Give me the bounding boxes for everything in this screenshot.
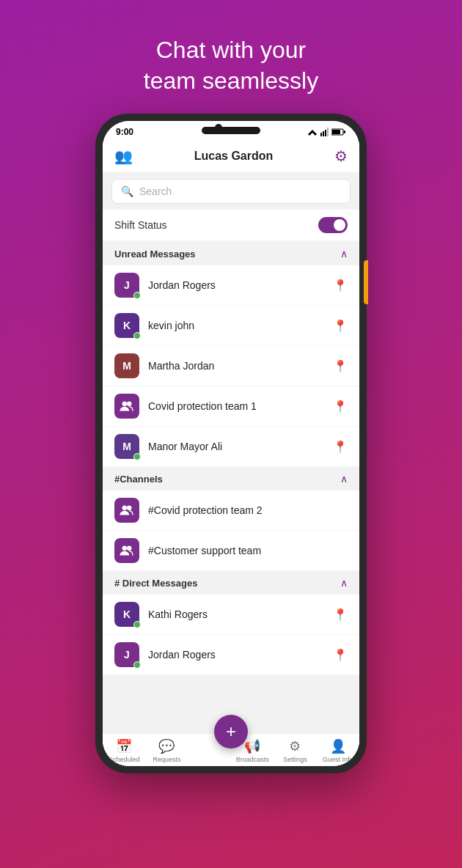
online-indicator: [133, 292, 141, 299]
svg-point-9: [127, 402, 131, 406]
app-screen: 👥 Lucas Gardon ⚙ 🔍 Search Shift Status U…: [103, 140, 359, 766]
nav-guest-label: Guest Info: [194, 756, 225, 763]
list-item[interactable]: M Manor Mayor Ali 📍: [103, 427, 359, 467]
online-indicator: [133, 661, 141, 669]
unread-title: Unread Messages: [114, 249, 196, 260]
fab-container: +: [214, 715, 248, 749]
contact-name: Jordan Rogers: [148, 649, 324, 661]
channels-chevron[interactable]: ∧: [340, 473, 348, 485]
fab-button[interactable]: +: [214, 715, 248, 749]
direct-chevron[interactable]: ∧: [340, 577, 348, 589]
svg-point-8: [122, 402, 127, 406]
phone-frame: 9:00 �: [95, 114, 367, 773]
channel-name: #Covid protection team 2: [148, 504, 348, 516]
direct-section-header: # Direct Messages ∧: [103, 571, 359, 595]
contact-name: Martha Jordan: [148, 360, 324, 372]
nav-guest-label: Guest Info: [323, 756, 353, 763]
nav-settings[interactable]: ⚙ Settings: [274, 738, 316, 763]
svg-marker-0: [308, 130, 317, 136]
direct-title: # Direct Messages: [114, 578, 197, 589]
avatar: M: [114, 353, 139, 378]
channels-title: #Channels: [114, 474, 163, 485]
svg-point-11: [127, 506, 131, 510]
pin-icon[interactable]: 📍: [333, 608, 348, 622]
avatar: K: [114, 313, 139, 338]
nav-scheduled-label: Scheduled: [109, 756, 140, 763]
online-indicator: [133, 332, 141, 339]
hero-text: Chat with your team seamlessly: [144, 35, 318, 96]
svg-rect-3: [325, 130, 326, 136]
shift-label: Shift Status: [114, 219, 167, 231]
status-icons: [307, 128, 346, 136]
list-item[interactable]: M Martha Jordan 📍: [103, 346, 359, 386]
svg-rect-1: [320, 133, 322, 136]
shift-status-row: Shift Status: [103, 210, 359, 240]
list-item[interactable]: J Jordan Rogers 📍: [103, 635, 359, 675]
list-item[interactable]: K Kathi Rogers 📍: [103, 595, 359, 635]
pin-icon[interactable]: 📍: [333, 359, 348, 373]
contact-name: Jordan Rogers: [148, 279, 324, 291]
list-item[interactable]: K kevin john 📍: [103, 306, 359, 346]
nav-scheduled[interactable]: 📅 Scheduled: [103, 738, 145, 763]
list-item[interactable]: J Jordan Rogers 📍: [103, 265, 359, 306]
pin-icon[interactable]: 📍: [333, 440, 348, 454]
svg-rect-6: [332, 130, 340, 134]
battery-icon: [331, 128, 346, 136]
avatar: K: [114, 602, 139, 627]
list-item[interactable]: #Customer support team: [103, 531, 359, 571]
header-title: Lucas Gardon: [194, 150, 274, 163]
guest-icon: 👤: [330, 738, 346, 754]
list-item[interactable]: #Covid protection team 2: [103, 490, 359, 531]
online-indicator: [133, 453, 141, 460]
wifi-icon: [307, 128, 318, 136]
contact-name: Kathi Rogers: [148, 608, 324, 620]
nav-broadcasts-label: Broadcasts: [236, 756, 269, 763]
search-placeholder: Search: [139, 185, 172, 197]
unread-section-header: Unread Messages ∧: [103, 242, 359, 265]
channels-section-header: #Channels ∧: [103, 467, 359, 490]
search-bar[interactable]: 🔍 Search: [111, 179, 351, 204]
bottom-nav: 📅 Scheduled 💬 Requests 👤 Guest Info 📢 Br…: [103, 733, 359, 766]
svg-point-10: [122, 506, 127, 510]
status-time: 9:00: [116, 127, 133, 137]
contact-name: Manor Mayor Ali: [148, 441, 324, 452]
svg-rect-2: [323, 131, 324, 136]
side-accent: [364, 260, 368, 304]
online-indicator: [133, 621, 141, 628]
pin-icon[interactable]: 📍: [333, 319, 348, 333]
signal-icon: [320, 128, 329, 136]
pin-icon[interactable]: 📍: [333, 648, 348, 662]
nav-guest-info[interactable]: 👤 Guest Info: [317, 738, 359, 763]
channel-name: #Customer support team: [148, 545, 348, 556]
contact-name: Covid protection team 1: [148, 400, 324, 412]
settings-icon[interactable]: ⚙: [334, 147, 348, 165]
phone-screen: 9:00 �: [103, 121, 359, 766]
avatar: M: [114, 434, 139, 459]
avatar-group: [114, 538, 139, 563]
svg-rect-4: [327, 128, 329, 136]
contact-name: kevin john: [148, 320, 324, 331]
settings-nav-icon: ⚙: [289, 738, 301, 754]
search-icon: 🔍: [121, 185, 133, 197]
avatar: J: [114, 642, 139, 667]
nav-requests[interactable]: 💬 Requests: [145, 738, 188, 763]
requests-icon: 💬: [158, 738, 175, 754]
group-icon[interactable]: 👥: [114, 147, 133, 165]
svg-point-12: [122, 546, 127, 551]
list-item[interactable]: Covid protection team 1 📍: [103, 386, 359, 427]
nav-settings-label: Settings: [283, 756, 307, 763]
unread-chevron[interactable]: ∧: [340, 248, 348, 260]
avatar-group: [114, 498, 139, 523]
app-header: 👥 Lucas Gardon ⚙: [103, 140, 359, 173]
nav-requests-label: Requests: [153, 756, 180, 763]
avatar: J: [114, 273, 139, 298]
avatar-group: [114, 394, 139, 419]
pin-icon[interactable]: 📍: [333, 279, 348, 293]
camera-notch: [202, 127, 260, 134]
shift-toggle[interactable]: [318, 217, 348, 233]
svg-rect-7: [344, 130, 345, 133]
pin-icon[interactable]: 📍: [333, 400, 348, 413]
scheduled-icon: 📅: [116, 738, 132, 754]
svg-point-13: [127, 546, 131, 551]
scroll-area: Shift Status Unread Messages ∧ J Jordan …: [103, 210, 359, 733]
